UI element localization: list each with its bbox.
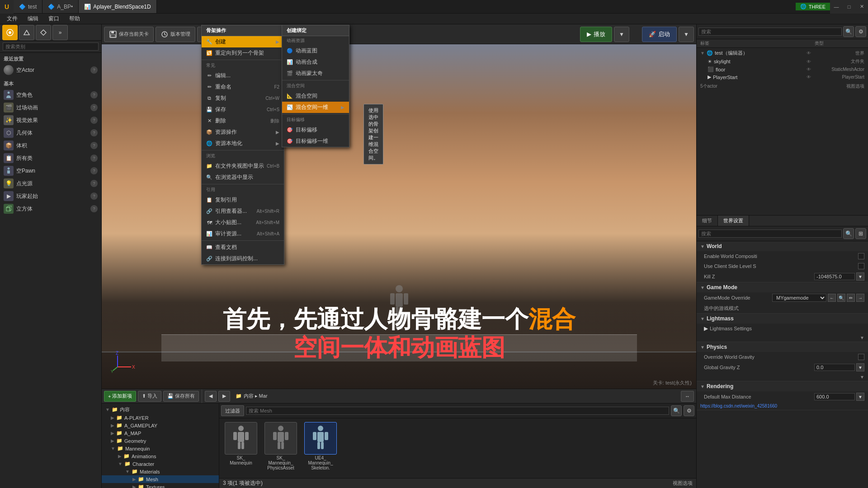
ctx-anim-bp[interactable]: 🔵 动画蓝图 bbox=[282, 45, 349, 56]
ctx-rename-shortcut: F2 bbox=[274, 84, 279, 89]
ctx-refview-icon: 🔗 bbox=[206, 208, 212, 215]
ctx-audit[interactable]: 📊 审计资源... Alt+Shift+A bbox=[202, 228, 284, 239]
ctx-to-icon: 🎯 bbox=[287, 127, 293, 133]
ctx-duplicate[interactable]: ⧉ 复制 Ctrl+W bbox=[202, 93, 284, 104]
ctx-show-folder[interactable]: 📁 在文件夹视图中显示 Ctrl+B bbox=[202, 160, 284, 172]
ctx-common-label: 常见 bbox=[202, 61, 284, 70]
ctx-sep-2 bbox=[202, 150, 284, 150]
ctx-edit[interactable]: ✏ 编辑... bbox=[202, 70, 284, 81]
ctx-assetops-icon: 📦 bbox=[206, 129, 212, 136]
ctx-doc-icon: 📖 bbox=[206, 244, 212, 251]
ctx-rename-icon: ✏ bbox=[206, 84, 212, 90]
ctx-retarget[interactable]: 🔁 重定向到另一个骨架 bbox=[202, 47, 284, 59]
ctx-asset-ops[interactable]: 📦 资源操作 ▶ bbox=[202, 127, 284, 138]
ctx-anim-montage[interactable]: 🎬 动画蒙太奇 bbox=[282, 68, 349, 79]
ctx-animcomp-icon: 📊 bbox=[287, 59, 293, 66]
anim-asset-label: 动画资源 bbox=[282, 36, 349, 45]
ctx-dup-icon: ⧉ bbox=[206, 95, 212, 102]
ctx-asset-localize[interactable]: 🌐 资源本地化 ▶ bbox=[202, 138, 284, 149]
ctx-delete[interactable]: ✕ 删除 删除 bbox=[202, 115, 284, 127]
ctx-anim-composite[interactable]: 📊 动画合成 bbox=[282, 56, 349, 68]
ctx-ref-label: 引用 bbox=[202, 185, 284, 194]
ctx-blend-space[interactable]: 📐 混合空间 bbox=[282, 90, 349, 102]
ctx-edit-icon: ✏ bbox=[206, 73, 212, 79]
ctx-sep-4 bbox=[202, 240, 284, 241]
skeleton-menu: 骨架操作 🔧 创建 ▶ 🔁 重定向到另一个骨架 常见 ✏ 编辑... ✏ 重命名… bbox=[201, 25, 284, 265]
ctx-rename[interactable]: ✏ 重命名 F2 bbox=[202, 81, 284, 93]
ctx-local-arrow: ▶ bbox=[276, 141, 279, 146]
ctx-audit-shortcut: Alt+Shift+A bbox=[257, 231, 279, 236]
create-submenu-header: 创建绑定 bbox=[282, 25, 349, 36]
ctx-audit-icon: 📊 bbox=[206, 231, 212, 237]
ctx-folder-shortcut: Ctrl+B bbox=[267, 164, 279, 169]
ctx-blend-space-1d[interactable]: 📉 混合空间一维 ▶ 使用选中的骨架创建一维混合空间。 bbox=[282, 102, 349, 113]
ctx-retarget-icon: 🔁 bbox=[206, 50, 212, 56]
ctx-view-doc[interactable]: 📖 查看文档 bbox=[202, 242, 284, 253]
ctx-to1d-icon: 🎯 bbox=[287, 138, 293, 145]
ctx-create[interactable]: 🔧 创建 ▶ bbox=[202, 36, 284, 47]
ctx-create-icon: 🔧 bbox=[206, 39, 212, 45]
ctx-browse-label: 浏览 bbox=[202, 151, 284, 160]
ctx-sep-3 bbox=[202, 184, 284, 184]
target-sep bbox=[282, 114, 349, 114]
ctx-save-shortcut: Ctrl+S bbox=[267, 107, 279, 112]
ctx-save-icon: 💾 bbox=[206, 107, 212, 113]
skeleton-menu-header: 骨架操作 bbox=[202, 25, 284, 36]
ctx-del-icon: ✕ bbox=[206, 118, 212, 124]
ctx-ref-viewer[interactable]: 🔗 引用查看器... Alt+Shift+R bbox=[202, 206, 284, 217]
ctx-sep-1 bbox=[202, 60, 284, 60]
ctx-size-map[interactable]: 🗺 大小贴图... Alt+Shift+M bbox=[202, 217, 284, 228]
ctx-del-shortcut: 删除 bbox=[270, 118, 279, 124]
ctx-save[interactable]: 💾 保存 Ctrl+S bbox=[202, 104, 284, 115]
ctx-bs1d-arrow: ▶ bbox=[341, 105, 344, 110]
ctx-src-icon: 🔗 bbox=[206, 256, 212, 262]
ctx-target-offset[interactable]: 🎯 目标偏移 bbox=[282, 124, 349, 136]
blend-space-label: 混合空间 bbox=[282, 81, 349, 90]
ctx-assetops-arrow: ▶ bbox=[276, 130, 279, 135]
blend-sep bbox=[282, 80, 349, 80]
ctx-bs-icon: 📐 bbox=[287, 93, 293, 99]
ctx-create-arrow: ▶ bbox=[276, 39, 279, 44]
create-submenu: 创建绑定 动画资源 🔵 动画蓝图 📊 动画合成 🎬 动画蒙太奇 混合空间 📐 混… bbox=[282, 25, 349, 147]
ctx-sizemap-shortcut: Alt+Shift+M bbox=[256, 220, 279, 225]
ctx-bs1d-icon: 📉 bbox=[287, 104, 293, 111]
ctx-refview-shortcut: Alt+Shift+R bbox=[256, 209, 279, 214]
ctx-animmtg-icon: 🎬 bbox=[287, 70, 293, 77]
ctx-browser-icon: 🔍 bbox=[206, 174, 212, 181]
ctx-folder-icon: 📁 bbox=[206, 163, 212, 169]
ctx-dup-shortcut: Ctrl+W bbox=[265, 96, 279, 101]
ctx-local-icon: 🌐 bbox=[206, 141, 212, 147]
ctx-sizemap-icon: 🗺 bbox=[206, 220, 212, 226]
target-offset-label: 目标偏移 bbox=[282, 115, 349, 124]
ctx-copyref-icon: 📋 bbox=[206, 197, 212, 203]
ctx-animbs-icon: 🔵 bbox=[287, 48, 293, 54]
ctx-source-ctrl[interactable]: 🔗 连接到源码控制... bbox=[202, 253, 284, 264]
context-overlay: 骨架操作 🔧 创建 ▶ 🔁 重定向到另一个骨架 常见 ✏ 编辑... ✏ 重命名… bbox=[0, 0, 868, 488]
blend-1d-tooltip: 使用选中的骨架创建一维混合空间。 bbox=[363, 104, 383, 164]
ctx-target-offset-1d[interactable]: 🎯 目标偏移一维 bbox=[282, 136, 349, 147]
ctx-show-browser[interactable]: 🔍 在浏览器中显示 bbox=[202, 172, 284, 183]
ctx-copy-ref[interactable]: 📋 复制引用 bbox=[202, 194, 284, 206]
